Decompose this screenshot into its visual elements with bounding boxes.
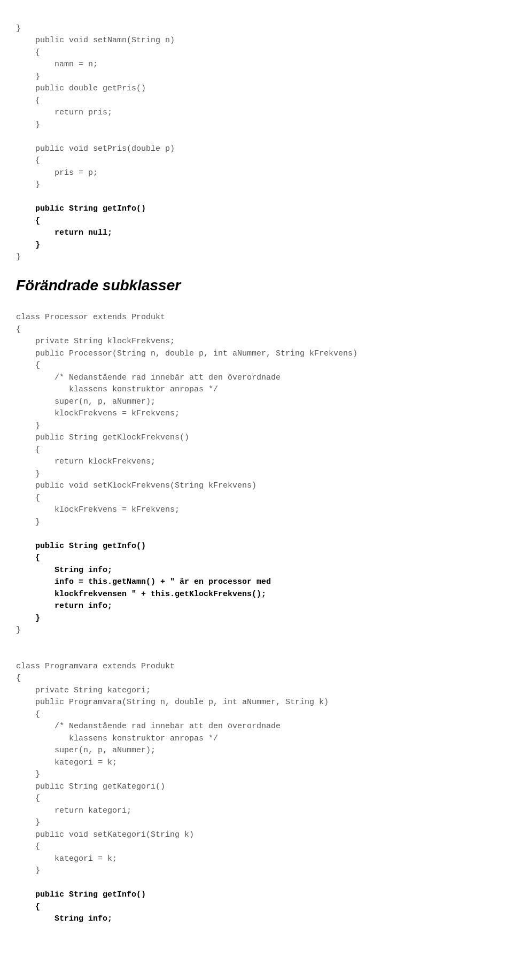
- bold-close-brace: }: [16, 240, 497, 252]
- section-heading-forandrade: Förändrade subklasser: [16, 274, 497, 297]
- line-open-brace-s2-2: {: [16, 361, 40, 370]
- code-container: } public void setNamn(String n) { namn =…: [16, 11, 497, 925]
- line-open-brace-2: {: [16, 96, 40, 105]
- line-class-programvara: class Programvara extends Produkt: [16, 662, 175, 671]
- line-pris-p: pris = p;: [16, 168, 98, 178]
- bold-s2-string-info: String info;: [16, 565, 497, 577]
- line-private-kategori: private String kategori;: [16, 686, 151, 695]
- line-closing-brace: }: [16, 24, 21, 33]
- line-close-brace-s3: }: [16, 770, 40, 779]
- line-return-kategori: return kategori;: [16, 806, 131, 815]
- line-setkategori: public void setKategori(String k): [16, 830, 194, 839]
- line-open-brace-s2: {: [16, 325, 21, 334]
- line-comment-2: klassens konstruktor anropas */: [16, 385, 218, 394]
- line-comment-1: /* Nedanstående rad innebär att den över…: [16, 373, 281, 382]
- line-constructor-sig: public Processor(String n, double p, int…: [16, 349, 357, 358]
- line-close-brace-3: }: [16, 180, 40, 189]
- code-section-3-before: class Programvara extends Produkt { priv…: [16, 637, 497, 890]
- code-after-bold-s2: }: [16, 624, 497, 637]
- bold-s2-open-brace: {: [16, 552, 497, 565]
- line-namn: namn = n;: [16, 60, 98, 69]
- line-kategori-assign-2: kategori = k;: [16, 854, 117, 863]
- bold-getinfo-sig: public String getInfo(): [16, 203, 497, 215]
- bold-s3-getinfo-sig: public String getInfo(): [16, 889, 497, 901]
- code-section-2-before: class Processor extends Produkt { privat…: [16, 300, 497, 541]
- line-open-brace-s3-3: {: [16, 794, 40, 803]
- code-bold-section-2: public String getInfo() { String info; i…: [16, 541, 497, 625]
- line-open-brace-s3: {: [16, 674, 21, 683]
- line-open-brace-3: {: [16, 156, 40, 165]
- code-bold-section-1: public String getInfo() { return null; }: [16, 203, 497, 251]
- line-klock-assign: klockFrekvens = kFrekvens;: [16, 505, 180, 514]
- line-close-brace-s2-3: }: [16, 469, 40, 479]
- line-constructor-sig-s3: public Programvara(String n, double p, i…: [16, 698, 329, 707]
- line-close-brace-s3-3: }: [16, 818, 40, 827]
- bold-open-brace: {: [16, 215, 497, 228]
- line-open-brace-s2-3: {: [16, 445, 40, 454]
- bold-s3-string-info: String info;: [16, 913, 497, 925]
- line-getpris: public double getPris(): [16, 84, 146, 93]
- line-private-klockfrekvens: private String klockFrekvens;: [16, 337, 175, 346]
- line-open-brace-s3-2: {: [16, 710, 40, 719]
- line-open-brace-1: {: [16, 48, 40, 57]
- bold-s2-getinfo-sig: public String getInfo(): [16, 541, 497, 553]
- line-return-klock: return klockFrekvens;: [16, 457, 156, 466]
- line-setpris: public void setPris(double p): [16, 144, 175, 153]
- line-return-pris: return pris;: [16, 108, 112, 117]
- line-close-brace-2: }: [16, 120, 40, 129]
- line-close-brace-s2-4: }: [16, 518, 40, 527]
- line-super-call: super(n, p, aNummer);: [16, 397, 156, 406]
- line-kategori-assign: kategori = k;: [16, 758, 117, 767]
- line-class-processor: class Processor extends Produkt: [16, 313, 165, 322]
- line-comment-s3-1: /* Nedanstående rad innebär att den över…: [16, 722, 281, 731]
- bold-s2-info-assign: info = this.getNamn() + " är en processo…: [16, 576, 497, 589]
- line-klockfrekvens-assign: klockFrekvens = kFrekvens;: [16, 409, 180, 418]
- code-section-1: } public void setNamn(String n) { namn =…: [16, 11, 497, 203]
- line-close-brace-s2: }: [16, 421, 40, 430]
- line-empty-s3: [16, 650, 21, 659]
- line-setklockfrekvens: public void setKlockFrekvens(String kFre…: [16, 481, 256, 490]
- line-close-brace-s3-4: }: [16, 866, 40, 875]
- line-getklockfrekvens: public String getKlockFrekvens(): [16, 433, 189, 442]
- bold-s3-open-brace: {: [16, 901, 497, 914]
- code-closing-brace: }: [16, 251, 497, 264]
- line-super-s3: super(n, p, aNummer);: [16, 746, 156, 755]
- line-open-brace-s2-4: {: [16, 493, 40, 503]
- bold-return-null: return null;: [16, 227, 497, 240]
- line-comment-s3-2: klassens konstruktor anropas */: [16, 734, 218, 743]
- line-open-brace-s3-4: {: [16, 842, 40, 851]
- line-getkategori: public String getKategori(): [16, 782, 165, 791]
- line-setnamn: public void setNamn(String n): [16, 36, 175, 45]
- bold-s2-info-assign-cont: klockfrekvensen " + this.getKlockFrekven…: [16, 589, 497, 601]
- code-bold-section-3: public String getInfo() { String info;: [16, 889, 497, 925]
- line-close-brace-1: }: [16, 72, 40, 81]
- bold-s2-close-brace: }: [16, 613, 497, 625]
- bold-s2-return-info: return info;: [16, 600, 497, 613]
